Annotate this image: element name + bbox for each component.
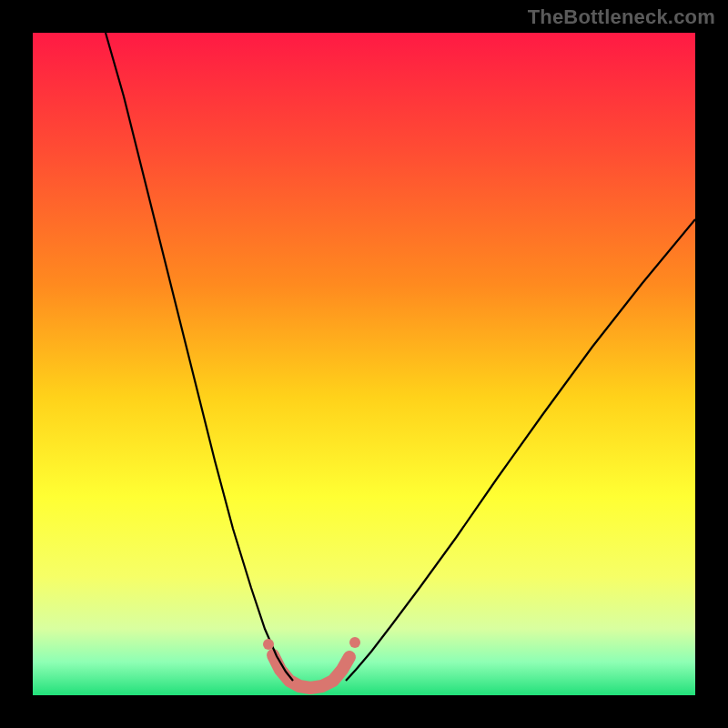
- series-right-curve: [346, 219, 695, 681]
- curve-canvas: [33, 33, 695, 695]
- watermark-text: TheBottleneck.com: [528, 5, 715, 29]
- series-left-curve: [106, 33, 293, 681]
- chart-frame: TheBottleneck.com: [0, 0, 728, 728]
- marker-valley-dot-right: [349, 637, 360, 648]
- plot-area: [33, 33, 695, 695]
- series-valley-highlight: [273, 655, 349, 688]
- marker-valley-dot-left: [263, 639, 274, 650]
